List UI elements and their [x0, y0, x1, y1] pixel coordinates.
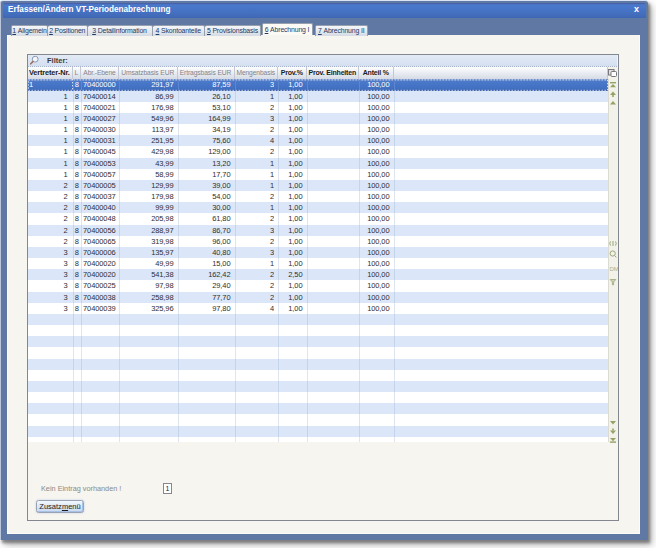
- svg-text:DM: DM: [609, 266, 618, 272]
